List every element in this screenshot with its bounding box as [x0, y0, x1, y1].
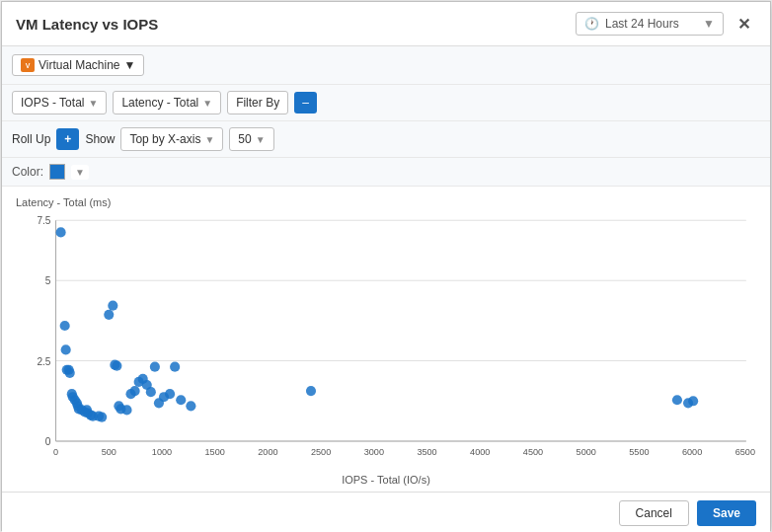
scatter-chart: 0 2.5 5 7.5 0 500 1000 1500 2000 2500 30… [16, 210, 756, 472]
toolbar-row-metrics: IOPS - Total ▼ Latency - Total ▼ Filter … [2, 85, 770, 121]
data-point [65, 368, 75, 378]
svg-text:0: 0 [53, 447, 58, 457]
data-point [97, 412, 107, 421]
save-button[interactable]: Save [697, 500, 756, 526]
show-label: Show [85, 132, 115, 146]
roll-up-button[interactable]: + [56, 128, 79, 150]
data-point [61, 344, 71, 354]
header-controls: 🕐 Last 24 Hours ▼ ✕ [576, 12, 756, 36]
vm-icon: V [21, 58, 35, 72]
roll-up-label: Roll Up [12, 132, 50, 146]
filter-add-button[interactable]: – [294, 92, 317, 114]
toolbar-row-display: Roll Up + Show Top by X-axis ▼ 50 ▼ [2, 121, 770, 158]
data-point [130, 386, 140, 396]
main-dialog: VM Latency vs IOPS 🕐 Last 24 Hours ▼ ✕ V… [1, 1, 771, 531]
svg-text:0: 0 [45, 436, 51, 447]
data-point [170, 362, 180, 372]
top-value-label: 50 [238, 132, 251, 146]
svg-text:4000: 4000 [470, 447, 490, 457]
data-point [56, 227, 66, 237]
data-point [112, 361, 121, 371]
dialog-footer: Cancel Save [2, 492, 770, 533]
close-button[interactable]: ✕ [732, 13, 756, 36]
latency-caret: ▼ [202, 98, 212, 109]
cancel-button[interactable]: Cancel [619, 500, 689, 526]
x-axis-label: IOPS - Total (IO/s) [16, 474, 756, 486]
svg-text:7.5: 7.5 [37, 215, 50, 226]
data-point [306, 386, 316, 396]
top-by-xaxis-caret: ▼ [204, 134, 214, 145]
data-point [165, 389, 175, 399]
color-chevron-icon: ▼ [75, 167, 85, 178]
vm-badge[interactable]: V Virtual Machine ▼ [12, 54, 144, 76]
svg-text:5000: 5000 [577, 447, 596, 457]
time-picker[interactable]: 🕐 Last 24 Hours ▼ [576, 12, 724, 36]
top-value-caret: ▼ [256, 134, 266, 145]
svg-text:2.5: 2.5 [37, 356, 50, 367]
iops-caret: ▼ [88, 98, 98, 109]
data-point [150, 362, 160, 372]
data-point [108, 301, 117, 311]
top-by-xaxis-label: Top by X-axis [129, 132, 200, 146]
data-point [104, 310, 114, 320]
filter-by-label: Filter By [236, 96, 279, 110]
top-value-dropdown[interactable]: 50 ▼ [229, 127, 273, 151]
dialog-title: VM Latency vs IOPS [16, 16, 158, 33]
iops-dropdown[interactable]: IOPS - Total ▼ [12, 91, 107, 114]
svg-text:V: V [26, 62, 31, 69]
svg-text:5: 5 [45, 275, 51, 286]
data-point [146, 387, 156, 397]
dialog-header: VM Latency vs IOPS 🕐 Last 24 Hours ▼ ✕ [2, 2, 770, 46]
vm-badge-label: Virtual Machine [39, 58, 120, 72]
svg-text:4500: 4500 [523, 447, 543, 457]
chevron-down-icon: ▼ [703, 17, 715, 31]
clock-icon: 🕐 [584, 17, 599, 31]
latency-dropdown[interactable]: Latency - Total ▼ [113, 91, 221, 114]
data-point [176, 395, 186, 405]
y-axis-label: Latency - Total (ms) [16, 196, 756, 208]
svg-text:6000: 6000 [682, 447, 702, 457]
filter-by-dropdown[interactable]: Filter By [227, 91, 288, 114]
data-point [60, 321, 70, 331]
data-point [688, 396, 698, 406]
time-picker-label: Last 24 Hours [605, 17, 679, 31]
svg-text:5500: 5500 [629, 447, 649, 457]
color-row: Color: ▼ [2, 158, 770, 187]
data-point [186, 401, 195, 411]
svg-text:3500: 3500 [417, 447, 436, 457]
data-point [121, 405, 131, 415]
color-label: Color: [12, 165, 43, 179]
iops-label: IOPS - Total [21, 96, 84, 110]
vm-badge-caret: ▼ [124, 58, 136, 72]
toolbar-row-vm: V Virtual Machine ▼ [2, 46, 770, 85]
svg-text:2000: 2000 [258, 447, 277, 457]
latency-label: Latency - Total [121, 96, 198, 110]
svg-text:2500: 2500 [311, 447, 331, 457]
svg-text:1500: 1500 [205, 447, 225, 457]
svg-text:6500: 6500 [735, 447, 755, 457]
data-point [672, 395, 682, 405]
chart-area: Latency - Total (ms) 0 2.5 5 7.5 0 [2, 187, 770, 492]
svg-text:1000: 1000 [152, 447, 172, 457]
chart-container: 0 2.5 5 7.5 0 500 1000 1500 2000 2500 30… [16, 210, 756, 472]
svg-text:3000: 3000 [364, 447, 384, 457]
color-swatch[interactable] [49, 164, 65, 180]
svg-text:500: 500 [102, 447, 116, 457]
top-by-xaxis-dropdown[interactable]: Top by X-axis ▼ [120, 127, 223, 151]
color-caret-btn[interactable]: ▼ [71, 165, 89, 180]
